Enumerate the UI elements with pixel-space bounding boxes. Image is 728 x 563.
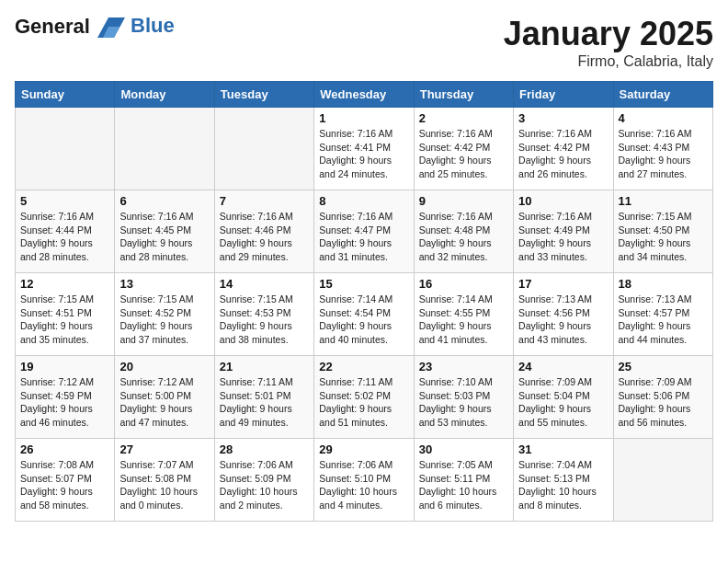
calendar-cell — [115, 108, 214, 190]
day-number: 23 — [419, 360, 508, 373]
day-number: 24 — [518, 360, 608, 373]
calendar-cell: 23Sunrise: 7:10 AM Sunset: 5:03 PM Dayli… — [414, 356, 513, 439]
logo-text: General Blue — [15, 15, 175, 38]
day-number: 11 — [619, 194, 708, 208]
day-info: Sunrise: 7:15 AM Sunset: 4:53 PM Dayligh… — [220, 293, 309, 347]
day-number: 31 — [518, 442, 608, 456]
day-info: Sunrise: 7:07 AM Sunset: 5:08 PM Dayligh… — [119, 458, 209, 512]
day-number: 13 — [119, 277, 209, 291]
day-info: Sunrise: 7:08 AM Sunset: 5:07 PM Dayligh… — [20, 458, 109, 512]
day-number: 19 — [20, 360, 109, 373]
calendar-header-row: SundayMondayTuesdayWednesdayThursdayFrid… — [16, 82, 713, 108]
day-info: Sunrise: 7:15 AM Sunset: 4:51 PM Dayligh… — [20, 293, 109, 347]
day-info: Sunrise: 7:09 AM Sunset: 5:04 PM Dayligh… — [518, 375, 608, 430]
calendar-table: SundayMondayTuesdayWednesdayThursdayFrid… — [15, 81, 713, 522]
col-header-friday: Friday — [514, 82, 613, 108]
col-header-thursday: Thursday — [414, 82, 513, 108]
calendar-cell: 25Sunrise: 7:09 AM Sunset: 5:06 PM Dayli… — [613, 356, 712, 439]
day-number: 30 — [419, 442, 508, 456]
day-info: Sunrise: 7:16 AM Sunset: 4:43 PM Dayligh… — [619, 127, 708, 181]
day-number: 18 — [619, 277, 708, 291]
day-info: Sunrise: 7:16 AM Sunset: 4:46 PM Dayligh… — [220, 210, 309, 264]
day-info: Sunrise: 7:15 AM Sunset: 4:52 PM Dayligh… — [119, 293, 209, 347]
calendar-cell: 3Sunrise: 7:16 AM Sunset: 4:42 PM Daylig… — [514, 108, 613, 190]
calendar-cell: 22Sunrise: 7:11 AM Sunset: 5:02 PM Dayli… — [314, 356, 414, 439]
day-number: 7 — [220, 194, 309, 208]
col-header-saturday: Saturday — [613, 82, 712, 108]
day-number: 4 — [619, 111, 708, 125]
day-number: 26 — [20, 442, 109, 456]
calendar-week-1: 1Sunrise: 7:16 AM Sunset: 4:41 PM Daylig… — [16, 108, 713, 190]
calendar-cell: 2Sunrise: 7:16 AM Sunset: 4:42 PM Daylig… — [414, 108, 513, 190]
day-info: Sunrise: 7:06 AM Sunset: 5:10 PM Dayligh… — [319, 458, 408, 512]
day-info: Sunrise: 7:05 AM Sunset: 5:11 PM Dayligh… — [419, 458, 508, 512]
page-header: General Blue January 2025 Firmo, Calabri… — [15, 15, 713, 70]
day-number: 9 — [419, 194, 508, 208]
calendar-week-3: 12Sunrise: 7:15 AM Sunset: 4:51 PM Dayli… — [16, 273, 713, 356]
calendar-cell: 28Sunrise: 7:06 AM Sunset: 5:09 PM Dayli… — [214, 439, 313, 522]
calendar-cell: 7Sunrise: 7:16 AM Sunset: 4:46 PM Daylig… — [214, 190, 313, 273]
day-info: Sunrise: 7:16 AM Sunset: 4:45 PM Dayligh… — [119, 210, 209, 264]
location: Firmo, Calabria, Italy — [504, 53, 713, 70]
day-info: Sunrise: 7:04 AM Sunset: 5:13 PM Dayligh… — [518, 458, 608, 512]
day-info: Sunrise: 7:16 AM Sunset: 4:47 PM Dayligh… — [319, 210, 408, 264]
day-number: 16 — [419, 277, 508, 291]
day-info: Sunrise: 7:14 AM Sunset: 4:54 PM Dayligh… — [319, 293, 408, 347]
calendar-cell: 4Sunrise: 7:16 AM Sunset: 4:43 PM Daylig… — [613, 108, 712, 190]
logo-icon — [97, 17, 125, 38]
col-header-sunday: Sunday — [16, 82, 115, 108]
day-number: 2 — [419, 111, 508, 125]
calendar-cell: 5Sunrise: 7:16 AM Sunset: 4:44 PM Daylig… — [16, 190, 115, 273]
calendar-cell: 13Sunrise: 7:15 AM Sunset: 4:52 PM Dayli… — [115, 273, 214, 356]
day-number: 20 — [119, 360, 209, 373]
day-info: Sunrise: 7:16 AM Sunset: 4:42 PM Dayligh… — [419, 127, 508, 181]
calendar-cell — [214, 108, 313, 190]
calendar-week-5: 26Sunrise: 7:08 AM Sunset: 5:07 PM Dayli… — [16, 439, 713, 522]
calendar-cell: 12Sunrise: 7:15 AM Sunset: 4:51 PM Dayli… — [16, 273, 115, 356]
calendar-cell: 1Sunrise: 7:16 AM Sunset: 4:41 PM Daylig… — [314, 108, 414, 190]
calendar-cell: 15Sunrise: 7:14 AM Sunset: 4:54 PM Dayli… — [314, 273, 414, 356]
calendar-cell: 24Sunrise: 7:09 AM Sunset: 5:04 PM Dayli… — [514, 356, 613, 439]
day-info: Sunrise: 7:11 AM Sunset: 5:02 PM Dayligh… — [319, 375, 408, 430]
day-info: Sunrise: 7:16 AM Sunset: 4:48 PM Dayligh… — [419, 210, 508, 264]
calendar-cell: 6Sunrise: 7:16 AM Sunset: 4:45 PM Daylig… — [115, 190, 214, 273]
day-info: Sunrise: 7:16 AM Sunset: 4:42 PM Dayligh… — [518, 127, 608, 181]
calendar-cell: 8Sunrise: 7:16 AM Sunset: 4:47 PM Daylig… — [314, 190, 414, 273]
day-number: 15 — [319, 277, 408, 291]
title-block: January 2025 Firmo, Calabria, Italy — [504, 15, 713, 70]
day-info: Sunrise: 7:14 AM Sunset: 4:55 PM Dayligh… — [419, 293, 508, 347]
day-info: Sunrise: 7:12 AM Sunset: 5:00 PM Dayligh… — [119, 375, 209, 430]
day-number: 14 — [220, 277, 309, 291]
col-header-tuesday: Tuesday — [214, 82, 313, 108]
calendar-cell: 27Sunrise: 7:07 AM Sunset: 5:08 PM Dayli… — [115, 439, 214, 522]
calendar-cell: 26Sunrise: 7:08 AM Sunset: 5:07 PM Dayli… — [16, 439, 115, 522]
day-number: 21 — [220, 360, 309, 373]
month-title: January 2025 — [504, 15, 713, 53]
calendar-cell: 21Sunrise: 7:11 AM Sunset: 5:01 PM Dayli… — [214, 356, 313, 439]
calendar-week-2: 5Sunrise: 7:16 AM Sunset: 4:44 PM Daylig… — [16, 190, 713, 273]
calendar-cell: 14Sunrise: 7:15 AM Sunset: 4:53 PM Dayli… — [214, 273, 313, 356]
day-number: 5 — [20, 194, 109, 208]
day-info: Sunrise: 7:16 AM Sunset: 4:41 PM Dayligh… — [319, 127, 408, 181]
day-info: Sunrise: 7:11 AM Sunset: 5:01 PM Dayligh… — [220, 375, 309, 430]
day-info: Sunrise: 7:09 AM Sunset: 5:06 PM Dayligh… — [619, 375, 708, 430]
col-header-monday: Monday — [115, 82, 214, 108]
calendar-cell: 9Sunrise: 7:16 AM Sunset: 4:48 PM Daylig… — [414, 190, 513, 273]
day-info: Sunrise: 7:13 AM Sunset: 4:57 PM Dayligh… — [619, 293, 708, 347]
day-number: 8 — [319, 194, 408, 208]
calendar-week-4: 19Sunrise: 7:12 AM Sunset: 4:59 PM Dayli… — [16, 356, 713, 439]
day-number: 6 — [119, 194, 209, 208]
day-number: 3 — [518, 111, 608, 125]
calendar-cell: 31Sunrise: 7:04 AM Sunset: 5:13 PM Dayli… — [514, 439, 613, 522]
calendar-cell: 19Sunrise: 7:12 AM Sunset: 4:59 PM Dayli… — [16, 356, 115, 439]
logo: General Blue — [15, 15, 175, 38]
calendar-cell: 29Sunrise: 7:06 AM Sunset: 5:10 PM Dayli… — [314, 439, 414, 522]
calendar-cell: 10Sunrise: 7:16 AM Sunset: 4:49 PM Dayli… — [514, 190, 613, 273]
day-info: Sunrise: 7:12 AM Sunset: 4:59 PM Dayligh… — [20, 375, 109, 430]
calendar-cell: 17Sunrise: 7:13 AM Sunset: 4:56 PM Dayli… — [514, 273, 613, 356]
day-number: 12 — [20, 277, 109, 291]
calendar-cell: 30Sunrise: 7:05 AM Sunset: 5:11 PM Dayli… — [414, 439, 513, 522]
day-number: 28 — [220, 442, 309, 456]
calendar-cell: 11Sunrise: 7:15 AM Sunset: 4:50 PM Dayli… — [613, 190, 712, 273]
day-number: 22 — [319, 360, 408, 373]
